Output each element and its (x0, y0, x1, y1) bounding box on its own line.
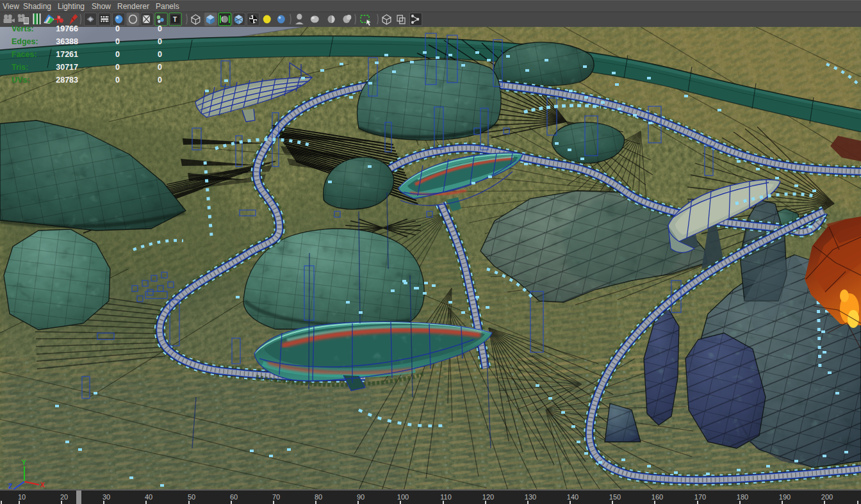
svg-text:30717: 30717 (56, 63, 78, 72)
svg-text:0: 0 (158, 63, 162, 72)
svg-text:Panels: Panels (156, 2, 179, 11)
svg-text:150: 150 (609, 493, 621, 501)
svg-text:Edges:: Edges: (12, 37, 38, 46)
svg-text:Faces:: Faces: (12, 50, 37, 59)
svg-text:36388: 36388 (56, 37, 78, 46)
svg-text:28783: 28783 (56, 76, 78, 85)
svg-text:110: 110 (440, 493, 452, 501)
svg-text:160: 160 (652, 493, 663, 501)
svg-text:View: View (3, 2, 19, 11)
svg-text:0: 0 (115, 63, 120, 72)
svg-text:190: 190 (779, 493, 791, 501)
svg-text:40: 40 (145, 493, 152, 501)
svg-text:Lighting: Lighting (58, 2, 85, 11)
svg-text:30: 30 (102, 493, 110, 501)
svg-text:60: 60 (230, 493, 238, 501)
svg-text:19766: 19766 (56, 24, 78, 33)
svg-text:Y: Y (22, 459, 26, 466)
svg-text:Shading: Shading (23, 2, 51, 11)
svg-text:0: 0 (158, 50, 162, 59)
svg-text:120: 120 (482, 493, 494, 501)
svg-text:140: 140 (567, 493, 578, 501)
svg-text:UVs:: UVs: (12, 76, 29, 85)
svg-text:0: 0 (115, 24, 120, 33)
svg-text:0: 0 (115, 37, 120, 46)
svg-text:0: 0 (115, 50, 120, 59)
svg-text:0: 0 (115, 76, 120, 85)
svg-text:50: 50 (188, 493, 195, 501)
svg-text:0: 0 (158, 76, 162, 85)
svg-text:Verts:: Verts: (12, 24, 34, 33)
svg-text:100: 100 (397, 493, 409, 501)
svg-text:170: 170 (694, 493, 706, 501)
svg-text:Renderer: Renderer (117, 2, 149, 11)
svg-text:Tris:: Tris: (12, 63, 28, 72)
svg-text:80: 80 (315, 493, 322, 501)
svg-text:Show: Show (92, 2, 111, 11)
svg-text:0: 0 (158, 37, 162, 46)
svg-text:70: 70 (272, 493, 280, 501)
svg-text:17261: 17261 (56, 50, 78, 59)
svg-text:T: T (173, 15, 177, 23)
svg-text:180: 180 (737, 493, 748, 501)
svg-text:X: X (40, 482, 45, 489)
svg-text:Z: Z (8, 483, 12, 490)
svg-text:90: 90 (357, 493, 365, 501)
svg-text:10: 10 (18, 493, 26, 501)
svg-text:200: 200 (821, 493, 833, 501)
svg-text:0: 0 (158, 24, 162, 33)
svg-text:20: 20 (60, 493, 68, 501)
svg-text:130: 130 (525, 493, 536, 501)
